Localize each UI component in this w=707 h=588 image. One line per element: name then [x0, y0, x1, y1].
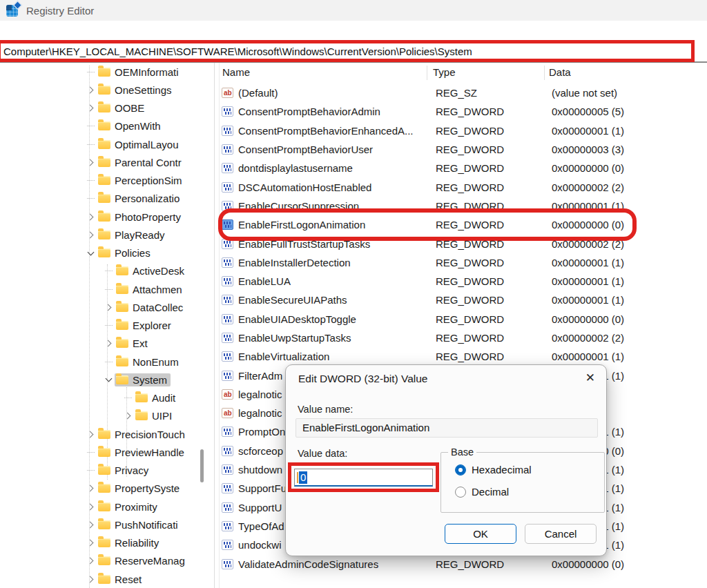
value-row[interactable]: EnableCursorSuppression REG_DWORD 0x0000…	[220, 197, 707, 215]
tree-item[interactable]: DataCollec	[0, 298, 214, 316]
tree-item-label: PrecisionTouch	[115, 429, 185, 440]
value-row[interactable]: EnableSecureUIAPaths REG_DWORD 0x0000000…	[220, 291, 707, 309]
tree-item[interactable]: Audit	[0, 389, 214, 407]
tree-item[interactable]: Policies	[0, 244, 214, 262]
value-type-icon	[222, 219, 233, 230]
tree-expander-icon[interactable]	[102, 280, 115, 298]
tree-item-label: PhotoProperty	[115, 211, 181, 223]
value-data-cell: 0x00000002 (2)	[552, 182, 707, 193]
tree-item[interactable]: PrecisionTouch	[0, 425, 214, 443]
value-row[interactable]: ConsentPromptBehaviorEnhancedA... REG_DW…	[220, 121, 707, 140]
tree-item[interactable]: OpenWith	[0, 117, 214, 135]
value-row[interactable]: ValidateAdminCodeSignatures REG_DWORD 0x…	[220, 554, 707, 573]
tree-expander-icon[interactable]	[122, 407, 134, 425]
tree-expander-icon[interactable]	[84, 443, 97, 461]
value-row[interactable]: ConsentPromptBehaviorUser REG_DWORD 0x00…	[220, 140, 707, 159]
tree-expander-icon[interactable]	[84, 462, 97, 480]
tree-item[interactable]: Parental Contr	[0, 153, 214, 171]
tree-item-label: Attachmen	[133, 284, 182, 295]
tree-expander-icon[interactable]	[84, 208, 97, 226]
tree-item[interactable]: PerceptionSim	[0, 172, 214, 190]
value-row[interactable]: EnableVirtualization REG_DWORD 0x0000000…	[220, 347, 707, 366]
tree-item[interactable]: Attachmen	[0, 280, 214, 298]
tree-item[interactable]: Reset	[0, 570, 214, 588]
column-header-type[interactable]: Type	[433, 66, 456, 78]
column-separator[interactable]	[544, 66, 545, 80]
tree-expander-icon[interactable]	[84, 172, 97, 190]
tree-expander-icon[interactable]	[84, 117, 97, 135]
folder-icon	[98, 104, 110, 112]
tree-item[interactable]: Reliability	[0, 534, 214, 552]
tree-item[interactable]: PropertySyste	[0, 480, 214, 498]
tree-expander-icon[interactable]	[102, 298, 115, 316]
tree-item[interactable]: OneSettings	[0, 81, 214, 99]
tree-scrollbar-thumb[interactable]	[200, 449, 204, 482]
tree-item[interactable]: OptimalLayou	[0, 135, 214, 153]
tree-expander-icon[interactable]	[84, 153, 97, 171]
tree-item[interactable]: OOBE	[0, 99, 214, 117]
value-row[interactable]: EnableFirstLogonAnimation REG_DWORD 0x00…	[220, 215, 707, 234]
cancel-button[interactable]: Cancel	[525, 524, 597, 544]
tree-expander-icon[interactable]	[84, 534, 97, 552]
tree-expander-icon[interactable]	[84, 190, 97, 208]
folder-icon	[98, 231, 110, 239]
ok-button[interactable]: OK	[445, 524, 516, 544]
tree-expander-icon[interactable]	[84, 552, 97, 570]
tree-expander-icon[interactable]	[84, 81, 97, 99]
tree-item[interactable]: UIPI	[0, 407, 214, 425]
tree-expander-icon[interactable]	[102, 317, 115, 335]
tree-item[interactable]: Proximity	[0, 498, 214, 516]
tree-item[interactable]: Ext	[0, 335, 214, 353]
radio-hexadecimal[interactable]: Hexadecimal	[455, 464, 532, 476]
tree-expander-icon[interactable]	[84, 516, 97, 533]
value-row[interactable]: dontdisplaylastusername REG_DWORD 0x0000…	[220, 159, 707, 177]
tree-item[interactable]: ActiveDesk	[0, 262, 214, 280]
tree-expander-icon[interactable]	[84, 244, 97, 262]
column-separator[interactable]	[427, 66, 427, 80]
tree-expander-icon[interactable]	[102, 353, 115, 371]
value-row[interactable]: ConsentPromptBehaviorAdmin REG_DWORD 0x0…	[220, 102, 707, 121]
column-header-name[interactable]: Name	[222, 66, 250, 78]
value-row[interactable]: EnableInstallerDetection REG_DWORD 0x000…	[220, 253, 707, 272]
tree-expander-icon[interactable]	[84, 498, 97, 516]
close-icon[interactable]: ✕	[585, 371, 595, 386]
pane-splitter[interactable]	[214, 63, 215, 588]
tree-expander-icon[interactable]	[84, 480, 97, 498]
tree-item[interactable]: Privacy	[0, 462, 214, 480]
tree-expander-icon[interactable]	[102, 335, 115, 353]
tree-item[interactable]: OEMInformati	[0, 63, 214, 81]
tree-item[interactable]: ReserveManag	[0, 552, 214, 570]
value-row[interactable]: EnableUwpStartupTasks REG_DWORD 0x000000…	[220, 329, 707, 347]
tree-item[interactable]: PreviewHandle	[0, 443, 214, 461]
column-header-data[interactable]: Data	[549, 66, 571, 78]
value-type-cell: REG_DWORD	[436, 238, 552, 250]
tree-item[interactable]: PhotoProperty	[0, 208, 214, 226]
tree-item[interactable]: Personalizatio	[0, 190, 214, 208]
tree-expander-icon[interactable]	[122, 389, 134, 407]
value-name-field[interactable]: EnableFirstLogonAnimation	[296, 418, 598, 438]
tree-item[interactable]: PlayReady	[0, 226, 214, 244]
address-bar[interactable]: Computer\HKEY_LOCAL_MACHINE\SOFTWARE\Mic…	[0, 40, 707, 62]
value-row[interactable]: EnableFullTrustStartupTasks REG_DWORD 0x…	[220, 234, 707, 253]
radio-unselected-icon[interactable]	[455, 487, 466, 498]
tree-expander-icon[interactable]	[84, 570, 97, 588]
value-data-cell: 0x00000001 (1)	[552, 257, 707, 268]
tree-item-label: PushNotificati	[115, 519, 178, 531]
value-row[interactable]: (Default) REG_SZ (value not set)	[220, 84, 707, 102]
radio-selected-icon[interactable]	[455, 464, 466, 476]
value-row[interactable]: DSCAutomationHostEnabled REG_DWORD 0x000…	[220, 177, 707, 196]
value-row[interactable]: EnableLUA REG_DWORD 0x00000001 (1)	[220, 272, 707, 291]
tree-expander-icon[interactable]	[84, 63, 97, 81]
tree-expander-icon[interactable]	[84, 135, 97, 153]
tree-expander-icon[interactable]	[84, 425, 97, 443]
tree-item[interactable]: Explorer	[0, 317, 214, 335]
tree-item[interactable]: System	[0, 371, 214, 389]
radio-decimal[interactable]: Decimal	[455, 486, 509, 498]
tree-item[interactable]: NonEnum	[0, 353, 214, 371]
tree-expander-icon[interactable]	[102, 371, 115, 389]
value-row[interactable]: EnableUIADesktopToggle REG_DWORD 0x00000…	[220, 310, 707, 329]
tree-expander-icon[interactable]	[84, 226, 97, 244]
tree-expander-icon[interactable]	[84, 99, 97, 117]
tree-item[interactable]: PushNotificati	[0, 516, 214, 533]
tree-expander-icon[interactable]	[102, 262, 115, 280]
